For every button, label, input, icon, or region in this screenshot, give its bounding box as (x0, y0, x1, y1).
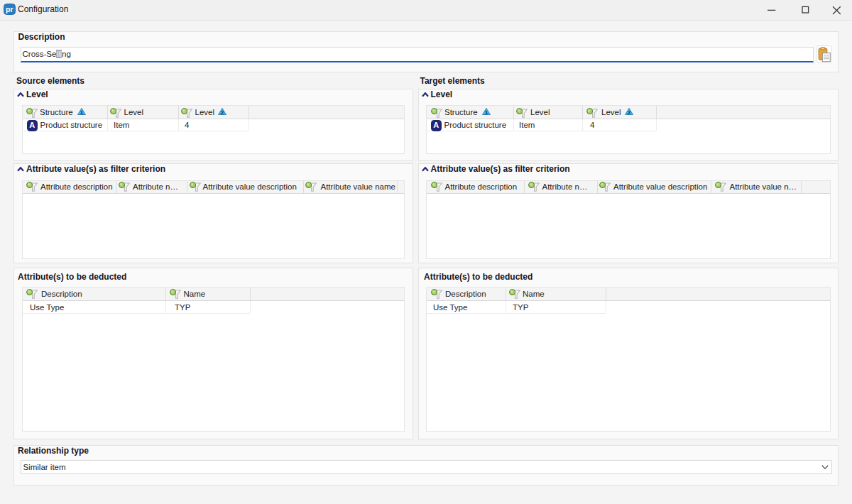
svg-text:1: 1 (485, 109, 488, 115)
svg-text:1: 1 (80, 109, 83, 115)
svg-text:2: 2 (628, 109, 631, 115)
svg-text:2: 2 (221, 109, 224, 115)
